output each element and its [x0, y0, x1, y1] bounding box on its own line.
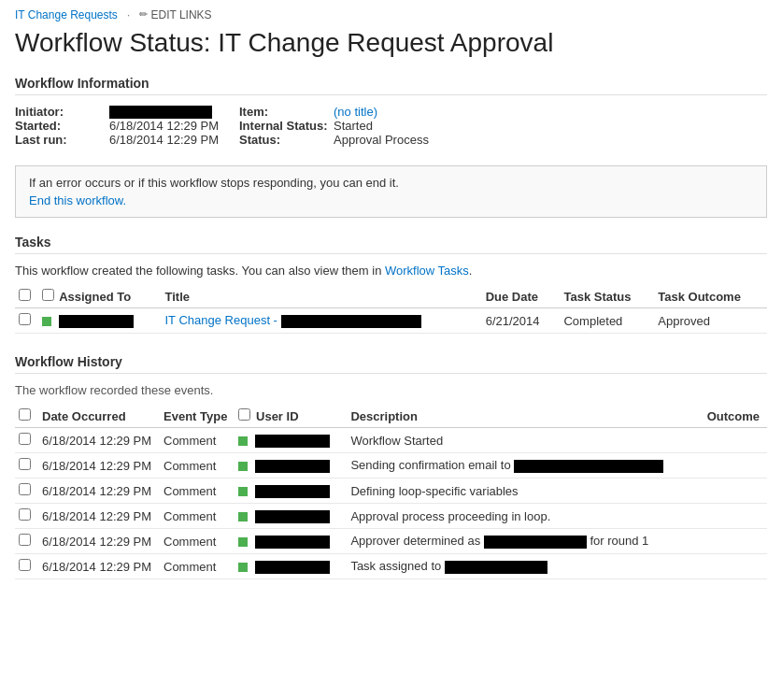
tasks-outcome-header: Task Outcome: [654, 285, 767, 308]
history-desc-cell: Sending confirmation email to: [347, 453, 692, 479]
table-row: 6/18/2014 12:29 PM Comment Task assigned…: [15, 554, 767, 579]
history-desc-cell: Approver determined as for round 1: [347, 529, 692, 554]
history-user-cell: [235, 479, 347, 504]
breadcrumb-link[interactable]: IT Change Requests: [15, 8, 118, 21]
initiator-label: Initiator:: [15, 105, 104, 119]
history-row-checkbox[interactable]: [19, 508, 31, 521]
history-checkbox-cell: [15, 453, 38, 479]
history-outcome-cell: [692, 554, 767, 579]
history-checkbox-cell: [15, 479, 38, 504]
history-event-cell: Comment: [160, 529, 235, 554]
workflow-info-section: Workflow Information Initiator: Started:…: [15, 76, 767, 148]
history-row-checkbox[interactable]: [19, 433, 31, 445]
initiator-value: [109, 105, 212, 120]
tasks-due-date-header: Due Date: [482, 285, 561, 308]
history-checkbox-cell: [15, 504, 38, 529]
tasks-select-all-checkbox[interactable]: [19, 289, 31, 301]
pencil-icon: ✏: [139, 8, 148, 21]
history-section: Workflow History The workflow recorded t…: [15, 354, 767, 579]
tasks-checkbox-header: [15, 285, 38, 308]
initiator-row: Initiator:: [15, 105, 220, 120]
table-row: 6/18/2014 12:29 PM Comment Approval proc…: [15, 504, 767, 529]
user-redacted: [255, 561, 330, 574]
workflow-tasks-link[interactable]: Workflow Tasks: [385, 264, 469, 278]
history-outcome-cell: [692, 479, 767, 504]
history-date-cell: 6/18/2014 12:29 PM: [38, 504, 160, 529]
history-desc-header: Description: [347, 405, 692, 428]
history-outcome-header: Outcome: [692, 405, 767, 428]
table-row: 6/18/2014 12:29 PM Comment Defining loop…: [15, 479, 767, 504]
tasks-table-header-row: Assigned To Title Due Date Task Status T…: [15, 285, 767, 308]
history-user-header: User ID: [235, 405, 347, 428]
tasks-assigned-to-header: Assigned To: [38, 285, 162, 308]
task-assigned-redacted: [59, 315, 134, 328]
internal-status-label: Internal Status:: [239, 119, 328, 133]
edit-links-button[interactable]: ✏ EDIT LINKS: [139, 8, 211, 21]
task-title-prefix: IT Change Request -: [165, 313, 277, 327]
initiator-redacted: [109, 106, 212, 119]
workflow-info-right: Item: (no title) Internal Status: Starte…: [239, 105, 767, 148]
history-date-cell: 6/18/2014 12:29 PM: [38, 479, 160, 504]
task-assigned-redacted: [445, 561, 547, 574]
history-event-cell: Comment: [160, 428, 235, 453]
workflow-info-grid: Initiator: Started: 6/18/2014 12:29 PM L…: [15, 105, 767, 148]
history-header-row: Date Occurred Event Type User ID Descrip…: [15, 405, 767, 428]
task-outcome-cell: Approved: [654, 308, 767, 334]
task-assigned-to-cell: [38, 308, 162, 334]
presence-icon: [42, 317, 51, 326]
history-row-checkbox[interactable]: [19, 534, 31, 546]
tasks-section-title: Tasks: [15, 235, 767, 254]
history-desc-cell: Task assigned to: [347, 554, 692, 579]
task-due-date-cell: 6/21/2014: [482, 308, 561, 334]
task-row-checkbox[interactable]: [19, 313, 31, 325]
item-value-link[interactable]: (no title): [334, 105, 377, 119]
history-date-cell: 6/18/2014 12:29 PM: [38, 529, 160, 554]
history-event-cell: Comment: [160, 453, 235, 479]
history-row-checkbox[interactable]: [19, 458, 31, 470]
internal-status-value: Started: [334, 119, 373, 133]
history-event-header: Event Type: [160, 405, 235, 428]
status-value: Approval Process: [334, 133, 429, 147]
history-checkbox-cell: [15, 554, 38, 579]
started-row: Started: 6/18/2014 12:29 PM: [15, 119, 220, 133]
history-row-checkbox[interactable]: [19, 483, 31, 495]
tasks-title-header: Title: [162, 285, 482, 308]
presence-icon: [238, 563, 248, 572]
history-date-cell: 6/18/2014 12:29 PM: [38, 428, 160, 453]
history-outcome-cell: [692, 428, 767, 453]
error-box-text: If an error occurs or if this workflow s…: [29, 176, 399, 190]
history-date-header: Date Occurred: [38, 405, 160, 428]
tasks-section: Tasks This workflow created the followin…: [15, 235, 767, 334]
user-id-label: User ID: [256, 409, 299, 423]
breadcrumb: IT Change Requests · ✏ EDIT LINKS: [15, 7, 767, 21]
internal-status-row: Internal Status: Started: [239, 119, 767, 133]
edit-links-label: EDIT LINKS: [150, 8, 211, 21]
history-desc-cell: Workflow Started: [347, 428, 692, 453]
history-desc-cell: Approval process proceeding in loop.: [347, 504, 692, 529]
history-user-checkbox[interactable]: [238, 408, 250, 421]
task-row-checkbox-cell: [15, 308, 38, 334]
user-redacted: [255, 510, 330, 523]
history-date-cell: 6/18/2014 12:29 PM: [38, 554, 160, 579]
task-title-link[interactable]: IT Change Request -: [165, 313, 421, 327]
presence-icon: [238, 487, 248, 496]
history-checkbox-cell: [15, 428, 38, 453]
assigned-to-label: Assigned To: [59, 290, 131, 304]
presence-icon: [238, 436, 248, 446]
history-user-cell: [235, 453, 347, 479]
tasks-intro-end: .: [469, 264, 473, 278]
history-select-all-checkbox[interactable]: [19, 408, 31, 421]
user-redacted: [255, 435, 330, 448]
user-redacted: [255, 460, 330, 473]
tasks-status-header: Task Status: [560, 285, 654, 308]
tasks-assigned-checkbox[interactable]: [42, 289, 54, 301]
history-user-cell: [235, 504, 347, 529]
last-run-value: 6/18/2014 12:29 PM: [109, 133, 219, 147]
history-row-checkbox[interactable]: [19, 559, 31, 571]
workflow-info-title: Workflow Information: [15, 76, 767, 95]
end-workflow-link[interactable]: End this workflow.: [29, 193, 753, 207]
history-desc-text: Sending confirmation email to: [350, 458, 510, 472]
table-row: 6/18/2014 12:29 PM Comment Sending confi…: [15, 453, 767, 479]
presence-icon: [238, 537, 248, 547]
tasks-intro: This workflow created the following task…: [15, 264, 767, 278]
